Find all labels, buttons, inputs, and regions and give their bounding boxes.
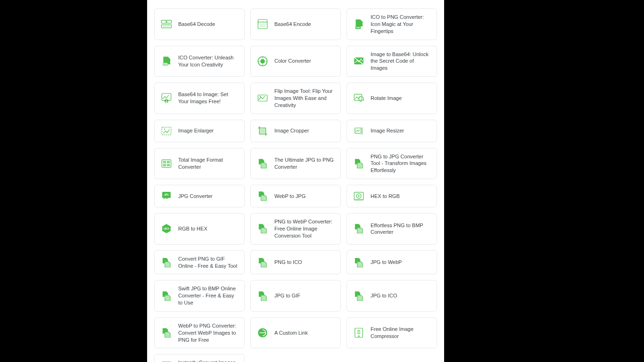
jpg-webp-icon	[353, 256, 365, 269]
svg-rect-31	[163, 161, 166, 163]
jpg-bmp-icon	[160, 290, 173, 302]
base64-decode-icon	[160, 18, 173, 30]
ico-png-icon: PNG	[353, 18, 365, 30]
tool-card[interactable]: Swift JPG to BMP Online Converter - Free…	[154, 280, 245, 312]
svg-point-15	[266, 60, 267, 62]
svg-rect-25	[162, 127, 171, 134]
resizer-icon	[353, 125, 365, 137]
tool-card[interactable]: WebP to PNG Converter: Convert WebP Imag…	[154, 317, 245, 349]
tools-page: Base64 DecodeBASE64Base64 EncodePNGICO t…	[147, 0, 444, 362]
svg-point-16	[262, 64, 263, 66]
tool-card[interactable]: JPG to WebP	[347, 250, 437, 275]
tools-grid: Base64 DecodeBASE64Base64 EncodePNGICO t…	[154, 8, 437, 362]
tool-label: Color Converter	[274, 58, 311, 65]
tool-label: Image Resizer	[371, 127, 404, 134]
tool-label: RGB to HEX	[178, 225, 207, 232]
custom-link-icon	[256, 327, 269, 339]
tool-card[interactable]: Image Enlarger	[154, 120, 245, 142]
svg-text:HEX: HEX	[164, 228, 169, 230]
tool-label: WebP to JPG	[274, 193, 305, 200]
tool-card[interactable]: Rotate Image	[347, 82, 437, 114]
webp-png-icon	[160, 327, 173, 339]
png-gif-icon	[160, 256, 173, 269]
svg-text:BASE64: BASE64	[258, 21, 267, 24]
tool-card[interactable]: PNG to WebP Converter: Free Online Image…	[250, 213, 341, 245]
cropper-icon	[256, 125, 269, 137]
jpg-png-icon	[256, 157, 269, 170]
svg-rect-24	[354, 94, 362, 100]
img-base64-icon	[353, 55, 365, 67]
rgb-hex-icon: HEX	[160, 222, 173, 235]
compress-icon	[353, 327, 365, 339]
svg-rect-33	[163, 164, 166, 166]
hex-rgb-icon	[353, 190, 365, 202]
tool-card[interactable]: Image Cropper	[250, 120, 341, 142]
tool-card[interactable]: Image to Base64: Unlock the Secret Code …	[347, 46, 437, 77]
png-jpg-icon	[353, 157, 365, 170]
tool-card[interactable]: A Custom Link	[250, 317, 341, 349]
tool-card[interactable]: Image Resizer	[347, 120, 437, 142]
tool-card[interactable]: BASE64Base64 Encode	[250, 8, 341, 40]
svg-point-13	[260, 59, 265, 64]
svg-point-14	[262, 57, 263, 58]
tool-card[interactable]: Flip Image Tool: Flip Your Images With E…	[250, 82, 341, 114]
tool-card[interactable]: PNG to ICO	[250, 250, 341, 275]
tool-card[interactable]: JPG to ICO	[347, 280, 437, 312]
tool-label: Image Cropper	[274, 127, 309, 134]
tool-card[interactable]: Base64 Decode	[154, 8, 245, 40]
svg-rect-32	[167, 161, 170, 163]
png-ico-icon	[256, 256, 269, 269]
svg-rect-22	[258, 95, 267, 101]
tool-card[interactable]: HEXRGB to HEX	[154, 213, 245, 245]
tool-label: Image Enlarger	[178, 127, 214, 134]
webp-jpg-icon	[256, 190, 269, 202]
tool-card[interactable]: Instantly Convert Images to Editable Tex…	[154, 354, 245, 362]
tool-card[interactable]: WebP to JPG	[250, 185, 341, 207]
tool-card[interactable]: Base64 to Image: Set Your Images Free!	[154, 82, 245, 114]
color-convert-icon	[256, 55, 269, 67]
tool-card[interactable]: PNGICO to PNG Converter: Icon Magic at Y…	[347, 8, 437, 40]
tool-label: Free Online Image Compressor	[371, 326, 431, 340]
tool-card[interactable]: JPGJPG Converter	[154, 185, 245, 207]
tool-card[interactable]: Convert PNG to GIF Online - Free & Easy …	[154, 250, 245, 275]
tool-card[interactable]: Total Image Format Converter	[154, 148, 245, 180]
tool-label: Base64 Decode	[178, 21, 215, 28]
ocr-icon	[160, 360, 173, 362]
svg-point-23	[260, 96, 261, 97]
tool-label: PNG to JPG Converter Tool - Transform Im…	[371, 153, 431, 174]
tool-card[interactable]: Effortless PNG to BMP Converter	[347, 213, 437, 245]
tool-card[interactable]: The Ultimate JPG to PNG Converter	[250, 148, 341, 180]
tool-label: Swift JPG to BMP Online Converter - Free…	[178, 285, 239, 306]
base64-encode-icon: BASE64	[256, 18, 269, 30]
svg-rect-34	[167, 164, 170, 166]
tool-card[interactable]: JPG to GIF	[250, 280, 341, 312]
tool-card[interactable]: Color Converter	[250, 46, 341, 77]
flip-img-icon	[256, 92, 269, 104]
tool-label: The Ultimate JPG to PNG Converter	[274, 156, 335, 171]
svg-point-26	[164, 128, 165, 129]
jpg-conv-icon: JPG	[160, 190, 173, 202]
tool-label: Convert PNG to GIF Online - Free & Easy …	[178, 255, 239, 270]
svg-rect-27	[260, 129, 265, 133]
tool-card[interactable]: PNG to JPG Converter Tool - Transform Im…	[347, 148, 437, 180]
total-fmt-icon	[160, 157, 173, 170]
tool-label: PNG to WebP Converter: Free Online Image…	[274, 218, 335, 239]
base64-img-icon	[160, 92, 173, 104]
tool-card[interactable]: ICOICO Converter: Unleash Your Icon Crea…	[154, 46, 245, 77]
tool-label: Effortless PNG to BMP Converter	[371, 222, 431, 236]
tool-label: Image to Base64: Unlock the Secret Code …	[371, 51, 431, 72]
tool-label: Instantly Convert Images to Editable Tex…	[178, 359, 239, 362]
tool-label: Flip Image Tool: Flip Your Images With E…	[274, 88, 335, 109]
tool-label: WebP to PNG Converter: Convert WebP Imag…	[178, 322, 239, 344]
tool-label: A Custom Link	[274, 329, 308, 337]
tool-label: Rotate Image	[371, 95, 402, 102]
tool-label: HEX to RGB	[371, 193, 400, 200]
svg-rect-0	[161, 20, 166, 24]
svg-text:ICO: ICO	[164, 63, 167, 66]
tool-card[interactable]: HEX to RGB	[347, 185, 437, 207]
tool-card[interactable]: Free Online Image Compressor	[347, 317, 437, 349]
svg-rect-1	[167, 20, 172, 24]
svg-rect-29	[362, 127, 363, 134]
tool-label: JPG to ICO	[371, 292, 397, 299]
svg-point-39	[358, 196, 359, 197]
